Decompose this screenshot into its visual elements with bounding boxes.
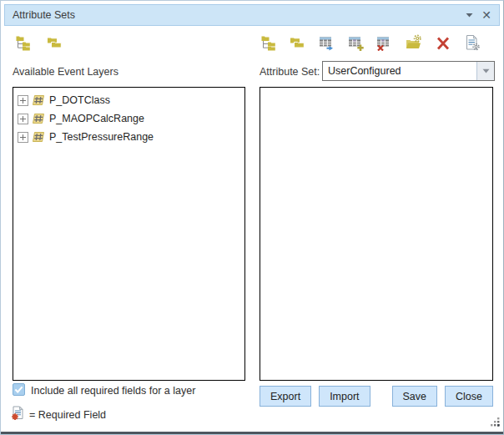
- event-layer-icon: [32, 94, 45, 107]
- expand-plus-icon[interactable]: [18, 132, 28, 143]
- add-table-button[interactable]: [347, 34, 365, 53]
- required-field-label: = Required Field: [29, 409, 106, 421]
- properties-button[interactable]: [463, 34, 481, 53]
- attribute-set-list[interactable]: [260, 87, 493, 381]
- attribute-set-value: UserConfigured: [323, 62, 476, 80]
- collapse-layers-button[interactable]: [46, 34, 64, 53]
- folder-tree-icon: [15, 34, 32, 53]
- include-required-checkbox[interactable]: [13, 383, 25, 398]
- remove-table-button[interactable]: [375, 34, 394, 53]
- tree-item[interactable]: P_TestPressureRange: [13, 128, 244, 146]
- panel-title: Attribute Sets: [5, 9, 75, 21]
- tree-item-label: P_DOTClass: [49, 94, 110, 106]
- import-button[interactable]: Import: [319, 386, 370, 407]
- tree-item[interactable]: P_DOTClass: [13, 91, 244, 109]
- panel-menu-arrow-icon[interactable]: [463, 9, 475, 21]
- event-layer-icon: [32, 130, 45, 144]
- collapse-set-button[interactable]: [289, 34, 307, 53]
- table-arrow-icon: [319, 34, 335, 53]
- window-bottom-edge: [1, 432, 503, 434]
- expand-set-button[interactable]: [260, 34, 278, 53]
- tree-item-label: P_TestPressureRange: [49, 131, 154, 143]
- attribute-sets-panel: Attribute Sets ✕: [0, 0, 504, 435]
- required-field-icon: [11, 406, 25, 423]
- export-table-button[interactable]: [318, 34, 336, 53]
- include-required-row: Include all required fields for a layer: [13, 383, 195, 398]
- folder-gear-icon: [406, 34, 422, 53]
- document-gear-icon: [464, 34, 481, 53]
- export-button[interactable]: Export: [260, 386, 311, 407]
- folder-tree-icon: [260, 34, 277, 53]
- expand-layers-button[interactable]: [14, 34, 33, 53]
- table-remove-icon: [376, 34, 393, 53]
- event-layer-icon: [32, 112, 45, 125]
- required-field-legend: = Required Field: [11, 406, 106, 423]
- expand-plus-icon[interactable]: [18, 95, 28, 106]
- titlebar-controls: ✕: [463, 8, 499, 22]
- left-toolbar: [14, 34, 64, 53]
- folders-icon: [290, 34, 306, 53]
- dropdown-button[interactable]: [476, 62, 494, 80]
- available-layers-label: Available Event Layers: [13, 66, 118, 78]
- right-toolbar: [260, 34, 481, 53]
- new-attribute-set-button[interactable]: [405, 34, 423, 53]
- attribute-set-label: Attribute Set:: [260, 66, 320, 78]
- delete-x-icon: [435, 34, 451, 53]
- tree-item[interactable]: P_MAOPCalcRange: [13, 109, 244, 128]
- titlebar: Attribute Sets ✕: [4, 4, 500, 26]
- button-row: Export Import Save Close: [260, 386, 493, 407]
- include-required-label: Include all required fields for a layer: [31, 385, 195, 397]
- save-button[interactable]: Save: [392, 386, 438, 407]
- delete-button[interactable]: [434, 34, 452, 53]
- table-add-icon: [348, 34, 365, 53]
- expand-plus-icon[interactable]: [18, 114, 28, 124]
- close-button[interactable]: Close: [445, 386, 493, 407]
- close-icon[interactable]: ✕: [480, 8, 493, 22]
- tree-item-label: P_MAOPCalcRange: [49, 113, 144, 124]
- chevron-down-icon: [482, 68, 490, 73]
- attribute-set-dropdown[interactable]: UserConfigured: [322, 61, 495, 81]
- available-layers-list[interactable]: P_DOTClass P_MAOPCalcRange: [13, 87, 245, 381]
- folders-icon: [47, 34, 63, 53]
- resize-grip[interactable]: [489, 416, 501, 430]
